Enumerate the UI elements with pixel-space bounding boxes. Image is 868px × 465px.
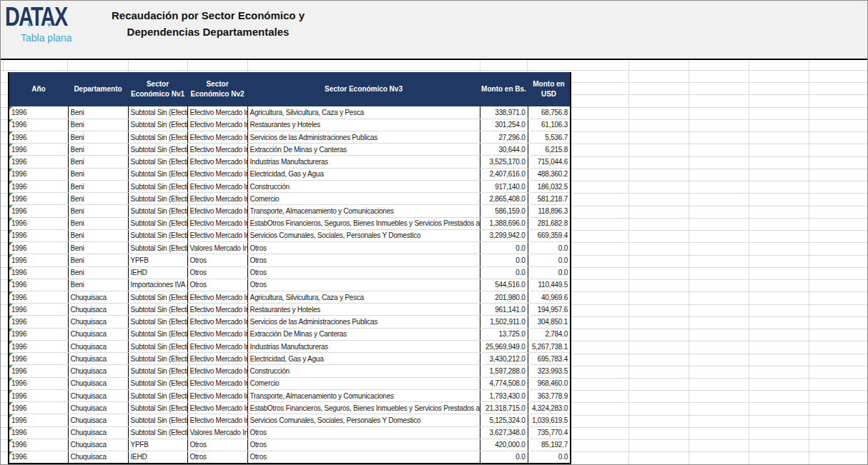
cell-ano[interactable]: 1996 bbox=[9, 156, 68, 168]
cell-monto-bs[interactable]: 338,971.0 bbox=[480, 106, 528, 119]
cell-ano[interactable]: 1996 bbox=[9, 389, 68, 401]
cell-monto-bs[interactable]: 1,793,430.0 bbox=[480, 389, 528, 401]
cell-monto-bs[interactable]: 0.0 bbox=[480, 254, 528, 266]
cell-ano[interactable]: 1996 bbox=[9, 242, 68, 254]
cell-sector-nv1[interactable]: Subtotal Sin (Efectivo bbox=[128, 414, 187, 426]
cell-monto-usd[interactable]: 5,267,738.1 bbox=[528, 340, 571, 352]
cell-sector-nv1[interactable]: Subtotal Sin (Efectivo bbox=[128, 217, 187, 229]
cell-monto-bs[interactable]: 3,430,212.0 bbox=[480, 353, 528, 365]
cell-monto-usd[interactable]: 669,359.4 bbox=[528, 229, 571, 241]
cell-ano[interactable]: 1996 bbox=[9, 254, 68, 266]
cell-monto-usd[interactable]: 40,969.6 bbox=[528, 291, 571, 304]
cell-sector-nv2[interactable]: Efectivo Mercado Inte bbox=[187, 144, 247, 156]
cell-sector-nv3[interactable]: Servicios de las Administraciones Public… bbox=[247, 131, 480, 143]
cell-departamento[interactable]: Chuquisaca bbox=[68, 328, 128, 340]
cell-monto-bs[interactable]: 2,407,616.0 bbox=[480, 168, 528, 180]
cell-sector-nv1[interactable]: Subtotal Sin (Efectivo bbox=[128, 340, 187, 352]
cell-sector-nv1[interactable]: Subtotal Sin (Efectivo bbox=[128, 144, 187, 156]
cell-ano[interactable]: 1996 bbox=[9, 266, 68, 279]
cell-monto-bs[interactable]: 1,502,911.0 bbox=[480, 316, 528, 328]
cell-ano[interactable]: 1996 bbox=[9, 316, 68, 328]
cell-monto-usd[interactable]: 488,360.2 bbox=[528, 168, 571, 180]
cell-sector-nv3[interactable]: Servicios Comunales, Sociales, Personale… bbox=[247, 229, 480, 241]
cell-ano[interactable]: 1996 bbox=[9, 426, 68, 439]
cell-sector-nv3[interactable]: Servicios Comunales, Sociales, Personale… bbox=[247, 414, 480, 426]
cell-sector-nv1[interactable]: Subtotal Sin (Efectivo bbox=[128, 193, 187, 205]
cell-monto-bs[interactable]: 3,525,170.0 bbox=[480, 156, 528, 168]
cell-ano[interactable]: 1996 bbox=[9, 291, 68, 304]
cell-sector-nv1[interactable]: Subtotal Sin (Efectivo bbox=[128, 328, 187, 340]
cell-sector-nv1[interactable]: Subtotal Sin (Efectivo bbox=[128, 119, 187, 131]
cell-sector-nv3[interactable]: Otros bbox=[247, 426, 480, 439]
cell-ano[interactable]: 1996 bbox=[9, 217, 68, 229]
cell-sector-nv2[interactable]: Efectivo Mercado Inte bbox=[187, 180, 247, 192]
cell-monto-usd[interactable]: 0.0 bbox=[528, 266, 571, 279]
cell-monto-usd[interactable]: 194,957.6 bbox=[528, 304, 571, 316]
cell-sector-nv2[interactable]: Efectivo Mercado Inte bbox=[187, 389, 247, 401]
cell-ano[interactable]: 1996 bbox=[9, 205, 68, 217]
cell-departamento[interactable]: Beni bbox=[68, 217, 128, 229]
cell-departamento[interactable]: Beni bbox=[68, 119, 128, 131]
cell-sector-nv1[interactable]: YPFB bbox=[128, 439, 187, 451]
cell-departamento[interactable]: Beni bbox=[68, 242, 128, 254]
cell-sector-nv1[interactable]: YPFB bbox=[128, 254, 187, 266]
cell-departamento[interactable]: Chuquisaca bbox=[68, 389, 128, 401]
column-header-monto-bs[interactable]: Monto en Bs. bbox=[480, 72, 528, 106]
cell-sector-nv3[interactable]: Otros bbox=[247, 266, 480, 279]
cell-departamento[interactable]: Chuquisaca bbox=[68, 439, 128, 451]
cell-monto-usd[interactable]: 0.0 bbox=[528, 254, 571, 266]
cell-sector-nv3[interactable]: Construcción bbox=[247, 365, 480, 377]
cell-monto-usd[interactable]: 323,993.5 bbox=[528, 365, 571, 377]
cell-monto-usd[interactable]: 695,783.4 bbox=[528, 353, 571, 365]
cell-ano[interactable]: 1996 bbox=[9, 377, 68, 389]
cell-sector-nv2[interactable]: Efectivo Mercado Inte bbox=[187, 414, 247, 426]
cell-departamento[interactable]: Beni bbox=[68, 131, 128, 143]
cell-monto-usd[interactable]: 735,770.4 bbox=[528, 426, 571, 439]
cell-monto-usd[interactable]: 715,044.6 bbox=[528, 156, 571, 168]
cell-sector-nv2[interactable]: Efectivo Mercado Inte bbox=[187, 353, 247, 365]
cell-departamento[interactable]: Beni bbox=[68, 229, 128, 241]
cell-ano[interactable]: 1996 bbox=[9, 365, 68, 377]
cell-sector-nv1[interactable]: Subtotal Sin (Efectivo bbox=[128, 426, 187, 439]
cell-sector-nv2[interactable]: Efectivo Mercado Inte bbox=[187, 377, 247, 389]
cell-sector-nv2[interactable]: Efectivo Mercado Inte bbox=[187, 402, 247, 414]
cell-monto-usd[interactable]: 61,106.3 bbox=[528, 119, 571, 131]
cell-sector-nv3[interactable]: Agricultura, Silvicultura, Caza y Pesca bbox=[247, 106, 480, 119]
cell-departamento[interactable]: Chuquisaca bbox=[68, 365, 128, 377]
cell-monto-bs[interactable]: 27,296.0 bbox=[480, 131, 528, 143]
cell-sector-nv3[interactable]: Industrias Manufactureras bbox=[247, 340, 480, 352]
cell-sector-nv3[interactable]: EstabOtros Financieros, Seguros, Bienes … bbox=[247, 402, 480, 414]
cell-sector-nv1[interactable]: Subtotal Sin (Efectivo bbox=[128, 106, 187, 119]
cell-ano[interactable]: 1996 bbox=[9, 340, 68, 352]
cell-ano[interactable]: 1996 bbox=[9, 304, 68, 316]
cell-sector-nv1[interactable]: Subtotal Sin (Efectivo bbox=[128, 316, 187, 328]
cell-sector-nv3[interactable]: Comercio bbox=[247, 193, 480, 205]
cell-ano[interactable]: 1996 bbox=[9, 451, 68, 464]
cell-monto-usd[interactable]: 5,536.7 bbox=[528, 131, 571, 143]
cell-departamento[interactable]: Beni bbox=[68, 168, 128, 180]
cell-monto-bs[interactable]: 420,000.0 bbox=[480, 439, 528, 451]
cell-sector-nv1[interactable]: Subtotal Sin (Efectivo bbox=[128, 365, 187, 377]
cell-sector-nv1[interactable]: Subtotal Sin (Efectivo bbox=[128, 229, 187, 241]
cell-monto-bs[interactable]: 13,725.0 bbox=[480, 328, 528, 340]
cell-monto-usd[interactable]: 1,039,619.5 bbox=[528, 414, 571, 426]
cell-monto-bs[interactable]: 3,299,942.0 bbox=[480, 229, 528, 241]
cell-sector-nv1[interactable]: Subtotal Sin (Efectivo bbox=[128, 156, 187, 168]
cell-monto-bs[interactable]: 25,969,949.0 bbox=[480, 340, 528, 352]
cell-ano[interactable]: 1996 bbox=[9, 353, 68, 365]
cell-sector-nv1[interactable]: Subtotal Sin (Efectivo bbox=[128, 168, 187, 180]
cell-sector-nv2[interactable]: Efectivo Mercado Inte bbox=[187, 328, 247, 340]
cell-monto-usd[interactable]: 4,324,283.0 bbox=[528, 402, 571, 414]
cell-sector-nv3[interactable]: Comercio bbox=[247, 377, 480, 389]
cell-monto-usd[interactable]: 363,778.9 bbox=[528, 389, 571, 401]
cell-sector-nv3[interactable]: Otros bbox=[247, 242, 480, 254]
cell-monto-usd[interactable]: 2,784.0 bbox=[528, 328, 571, 340]
cell-ano[interactable]: 1996 bbox=[9, 168, 68, 180]
cell-sector-nv1[interactable]: Subtotal Sin (Efectivo bbox=[128, 402, 187, 414]
cell-monto-bs[interactable]: 3,627,348.0 bbox=[480, 426, 528, 439]
cell-monto-bs[interactable]: 2,865,408.0 bbox=[480, 193, 528, 205]
cell-monto-usd[interactable]: 6,215.8 bbox=[528, 144, 571, 156]
cell-departamento[interactable]: Beni bbox=[68, 106, 128, 119]
cell-monto-usd[interactable]: 118,896.3 bbox=[528, 205, 571, 217]
cell-sector-nv2[interactable]: Otros bbox=[187, 451, 247, 464]
